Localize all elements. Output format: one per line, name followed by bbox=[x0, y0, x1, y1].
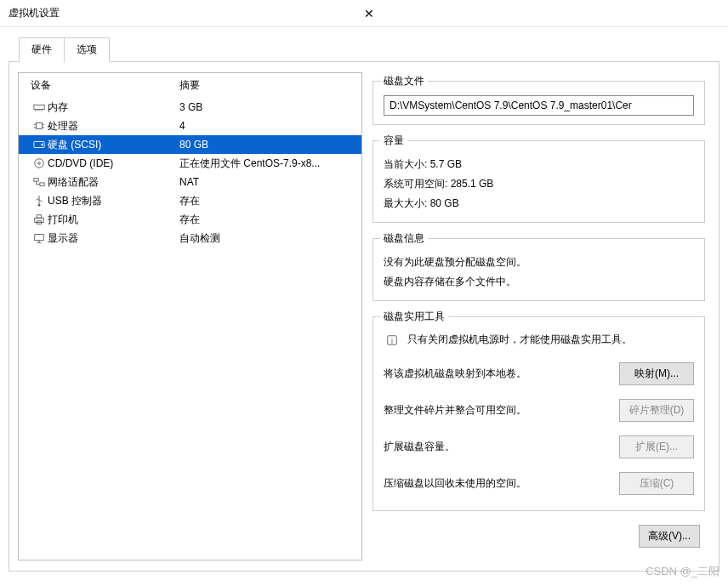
tab-options[interactable]: 选项 bbox=[64, 37, 110, 62]
disc-icon bbox=[31, 157, 48, 169]
disk-tools-legend: 磁盘实用工具 bbox=[380, 310, 448, 324]
content: 硬件 选项 设备 摘要 内存 3 GB 处理器 4 硬盘 (SCSI) 80 G bbox=[0, 27, 728, 580]
tool-row-defrag: 整理文件碎片并整合可用空间。 碎片整理(D) bbox=[384, 392, 694, 429]
svg-rect-20 bbox=[35, 235, 44, 241]
advanced-row: 高级(V)... bbox=[373, 520, 705, 548]
expand-button[interactable]: 扩展(E)... bbox=[619, 435, 694, 458]
device-name: 硬盘 (SCSI) bbox=[48, 138, 179, 152]
device-row-cddvd[interactable]: CD/DVD (IDE) 正在使用文件 CentOS-7.9-x8... bbox=[19, 154, 361, 173]
header-device: 设备 bbox=[31, 78, 179, 93]
compact-button[interactable]: 压缩(C) bbox=[619, 472, 694, 495]
disk-info-group: 磁盘信息 没有为此硬盘预分配磁盘空间。 硬盘内容存储在多个文件中。 bbox=[373, 231, 705, 301]
disk-tools-group: 磁盘实用工具 i 只有关闭虚拟机电源时，才能使用磁盘实用工具。 将该虚拟机磁盘映… bbox=[373, 310, 705, 511]
disk-file-group: 磁盘文件 bbox=[373, 74, 705, 125]
device-name: CD/DVD (IDE) bbox=[48, 157, 179, 169]
tabs: 硬件 选项 bbox=[19, 37, 719, 62]
svg-rect-15 bbox=[40, 183, 44, 186]
device-row-harddisk[interactable]: 硬盘 (SCSI) 80 GB bbox=[19, 135, 361, 154]
compact-label: 压缩磁盘以回收未使用的空间。 bbox=[384, 476, 612, 491]
device-summary: 3 GB bbox=[179, 101, 353, 113]
svg-rect-18 bbox=[37, 215, 41, 219]
svg-point-11 bbox=[42, 144, 43, 145]
expand-label: 扩展磁盘容量。 bbox=[384, 440, 612, 454]
tool-row-expand: 扩展磁盘容量。 扩展(E)... bbox=[384, 429, 694, 465]
capacity-current: 当前大小: 5.7 GB bbox=[384, 155, 694, 174]
device-row-network[interactable]: 网络适配器 NAT bbox=[19, 173, 361, 191]
map-label: 将该虚拟机磁盘映射到本地卷。 bbox=[384, 367, 612, 381]
disk-info-line2: 硬盘内容存储在多个文件中。 bbox=[384, 272, 694, 292]
device-summary: 存在 bbox=[179, 194, 353, 208]
device-summary: 自动检测 bbox=[179, 231, 353, 246]
device-row-usb[interactable]: USB 控制器 存在 bbox=[19, 191, 361, 210]
disk-info-legend: 磁盘信息 bbox=[380, 231, 428, 246]
printer-icon bbox=[31, 213, 48, 225]
titlebar: 虚拟机设置 ✕ bbox=[0, 0, 728, 27]
device-name: 处理器 bbox=[48, 119, 179, 134]
device-row-memory[interactable]: 内存 3 GB bbox=[19, 98, 361, 117]
header-summary: 摘要 bbox=[179, 78, 200, 93]
device-row-processor[interactable]: 处理器 4 bbox=[19, 117, 361, 135]
tab-hardware[interactable]: 硬件 bbox=[19, 37, 65, 63]
disk-file-path-input[interactable] bbox=[384, 95, 694, 116]
display-icon bbox=[31, 232, 48, 244]
svg-rect-17 bbox=[35, 218, 44, 222]
svg-rect-14 bbox=[34, 179, 38, 182]
tool-row-map: 将该虚拟机磁盘映射到本地卷。 映射(M)... bbox=[384, 356, 694, 392]
disk-file-legend: 磁盘文件 bbox=[380, 74, 428, 88]
device-name: 打印机 bbox=[48, 213, 179, 227]
device-name: USB 控制器 bbox=[48, 194, 179, 208]
device-name: 网络适配器 bbox=[48, 175, 179, 190]
tools-note-row: i 只有关闭虚拟机电源时，才能使用磁盘实用工具。 bbox=[384, 331, 694, 356]
capacity-group: 容量 当前大小: 5.7 GB 系统可用空间: 285.1 GB 最大大小: 8… bbox=[373, 134, 705, 223]
close-icon[interactable]: ✕ bbox=[357, 3, 719, 24]
device-list-header: 设备 摘要 bbox=[19, 73, 361, 98]
device-summary: 存在 bbox=[179, 213, 353, 227]
detail-pane: 磁盘文件 容量 当前大小: 5.7 GB 系统可用空间: 285.1 GB 最大… bbox=[371, 72, 710, 560]
window-title: 虚拟机设置 bbox=[9, 6, 357, 20]
defrag-label: 整理文件碎片并整合可用空间。 bbox=[384, 403, 612, 418]
device-row-printer[interactable]: 打印机 存在 bbox=[19, 210, 361, 229]
disk-info-line1: 没有为此硬盘预分配磁盘空间。 bbox=[384, 253, 694, 272]
map-button[interactable]: 映射(M)... bbox=[619, 362, 694, 385]
info-icon: i bbox=[384, 333, 401, 347]
memory-icon bbox=[31, 101, 48, 113]
svg-text:i: i bbox=[391, 337, 393, 345]
advanced-button[interactable]: 高级(V)... bbox=[639, 525, 700, 548]
device-summary: 正在使用文件 CentOS-7.9-x8... bbox=[179, 156, 353, 171]
svg-point-13 bbox=[38, 162, 41, 165]
device-list: 设备 摘要 内存 3 GB 处理器 4 硬盘 (SCSI) 80 GB CD/D bbox=[18, 72, 362, 560]
svg-point-12 bbox=[35, 159, 44, 168]
capacity-legend: 容量 bbox=[380, 134, 407, 148]
device-row-display[interactable]: 显示器 自动检测 bbox=[19, 229, 361, 247]
svg-rect-0 bbox=[34, 105, 44, 109]
defrag-button[interactable]: 碎片整理(D) bbox=[619, 399, 694, 422]
capacity-max: 最大大小: 80 GB bbox=[384, 194, 694, 213]
usb-icon bbox=[31, 195, 48, 207]
device-name: 内存 bbox=[48, 100, 179, 115]
tools-note: 只有关闭虚拟机电源时，才能使用磁盘实用工具。 bbox=[407, 333, 632, 347]
device-name: 显示器 bbox=[48, 231, 179, 246]
tool-row-compact: 压缩磁盘以回收未使用的空间。 压缩(C) bbox=[384, 465, 694, 502]
panel: 设备 摘要 内存 3 GB 处理器 4 硬盘 (SCSI) 80 GB CD/D bbox=[9, 61, 719, 572]
processor-icon bbox=[31, 120, 48, 132]
svg-point-16 bbox=[38, 204, 41, 207]
device-summary: 80 GB bbox=[179, 139, 353, 151]
harddisk-icon bbox=[31, 139, 48, 151]
network-icon bbox=[31, 176, 48, 188]
device-summary: NAT bbox=[179, 176, 353, 188]
svg-rect-5 bbox=[37, 123, 43, 129]
capacity-free: 系统可用空间: 285.1 GB bbox=[384, 174, 694, 194]
device-summary: 4 bbox=[179, 120, 353, 132]
